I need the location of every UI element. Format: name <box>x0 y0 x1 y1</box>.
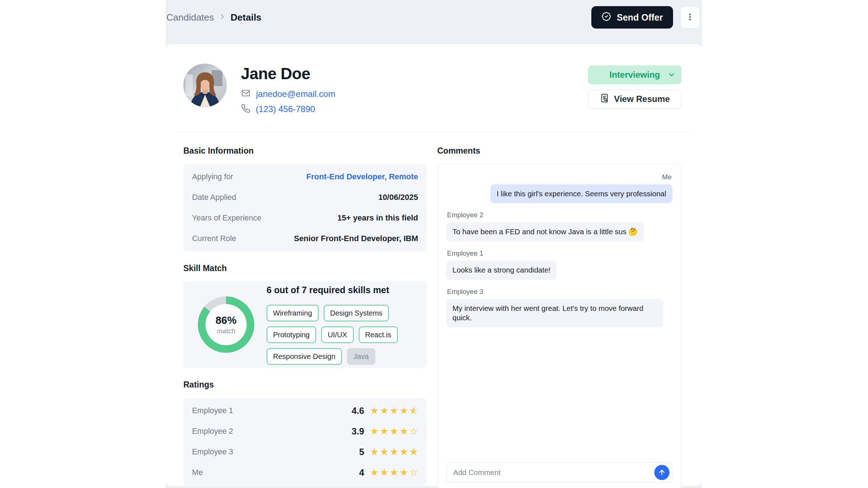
skill-donut-chart: 86% match <box>198 296 254 353</box>
info-label: Years of Experience <box>192 214 261 223</box>
comment-author: Employee 1 <box>447 249 672 257</box>
send-offer-button[interactable]: Send Offer <box>591 6 673 29</box>
rating-row: Me 4 ★★★★☆ <box>192 462 418 483</box>
comment-bubble: My interview with her went great. Let's … <box>446 299 663 328</box>
view-resume-label: View Resume <box>614 94 670 104</box>
info-label: Date Applied <box>192 193 236 202</box>
info-row: Years of Experience 15+ years in this fi… <box>192 208 418 228</box>
comment-bubble: To have been a FED and not know Java is … <box>446 222 644 241</box>
skill-chip: Design Systems <box>324 305 389 321</box>
rating-row: Employee 1 4.6 ★★★★☆★ <box>192 401 418 421</box>
breadcrumb-item-details: Details <box>231 12 261 23</box>
status-label: Interviewing <box>609 70 660 80</box>
comments-card: Me I like this girl's experience. Seems … <box>437 164 681 488</box>
info-label: Applying for <box>192 172 233 181</box>
chevron-down-icon <box>668 71 676 79</box>
avatar <box>183 64 227 107</box>
skill-chip: React.is <box>359 326 398 343</box>
profile-actions: Interviewing View Resume <box>588 64 681 115</box>
ratings-card: Employee 1 4.6 ★★★★☆★ Employee 2 3.9 ★★★… <box>183 398 427 485</box>
file-search-icon <box>600 93 609 105</box>
candidate-card: Jane Doe janedoe@email.com (123) 456-789… <box>166 44 702 486</box>
rater-name: Employee 3 <box>192 448 359 457</box>
add-comment-bar <box>446 462 672 483</box>
section-title-comments: Comments <box>437 146 681 156</box>
rater-name: Me <box>192 468 359 477</box>
section-title-ratings: Ratings <box>183 380 427 390</box>
mail-icon <box>241 88 251 99</box>
rater-name: Employee 1 <box>192 406 352 415</box>
arrow-up-icon <box>658 468 666 476</box>
email-row: janedoe@email.com <box>241 88 335 99</box>
rating-score: 3.9 <box>352 426 364 437</box>
skill-chip: Responsive Design <box>267 348 342 365</box>
card-content: Basic Information Applying for Front-End… <box>166 133 702 488</box>
breadcrumb-separator-icon <box>218 12 226 23</box>
kebab-menu-icon <box>685 12 695 23</box>
rating-stars: ★★★★★ <box>370 447 418 457</box>
rating-score: 5 <box>359 447 364 457</box>
skill-chips: Wireframing Design Systems Prototyping U… <box>267 305 417 365</box>
skill-chip: UI/UX <box>321 326 353 343</box>
skill-chip-unmet: Java <box>347 348 375 365</box>
comments-scroll-area[interactable]: Me I like this girl's experience. Seems … <box>446 173 672 454</box>
comment-message: Employee 3 My interview with her went gr… <box>446 288 672 328</box>
skill-chip: Wireframing <box>267 305 319 321</box>
section-title-basic-information: Basic Information <box>183 146 427 156</box>
skill-summary: 6 out of 7 required skills met <box>267 285 417 295</box>
breadcrumb-item-candidates[interactable]: Candidates <box>166 12 214 23</box>
rater-name: Employee 2 <box>192 427 352 436</box>
topbar-actions: Send Offer <box>591 6 700 29</box>
profile-header: Jane Doe janedoe@email.com (123) 456-789… <box>166 44 702 115</box>
send-comment-button[interactable] <box>654 465 669 480</box>
left-column: Basic Information Applying for Front-End… <box>183 146 427 485</box>
comment-message: Employee 2 To have been a FED and not kn… <box>446 211 672 241</box>
skill-match-card: 86% match 6 out of 7 required skills met… <box>183 281 427 368</box>
view-resume-button[interactable]: View Resume <box>588 90 681 108</box>
comment-bubble: Looks like a strong candidate! <box>446 261 557 280</box>
phone-link[interactable]: (123) 456-7890 <box>256 104 315 114</box>
info-value: 15+ years in this field <box>337 213 418 223</box>
match-percent: 86% <box>216 315 237 326</box>
comment-bubble: I like this girl's experience. Seems ver… <box>490 184 672 204</box>
section-title-skill-match: Skill Match <box>183 264 427 274</box>
comment-author: Me <box>662 173 672 181</box>
info-row: Date Applied 10/06/2025 <box>192 187 418 208</box>
skill-details: 6 out of 7 required skills met Wireframi… <box>267 285 427 365</box>
right-column: Comments Me I like this girl's experienc… <box>437 146 681 488</box>
skill-chip: Prototyping <box>267 326 316 343</box>
candidate-name: Jane Doe <box>241 66 335 82</box>
topbar: Candidates Details Send Offer <box>166 0 702 35</box>
badge-check-icon <box>601 12 611 23</box>
kebab-menu-button[interactable] <box>680 6 700 29</box>
comment-message: Employee 1 Looks like a strong candidate… <box>446 249 672 280</box>
donut-center: 86% match <box>205 304 247 345</box>
rating-row: Employee 3 5 ★★★★★ <box>192 442 418 462</box>
info-value: Senior Front-End Developer, IBM <box>294 234 418 243</box>
info-label: Current Role <box>192 234 236 243</box>
rating-stars-me[interactable]: ★★★★☆ <box>370 468 418 478</box>
match-label: match <box>217 328 235 334</box>
rating-row: Employee 2 3.9 ★★★★☆ <box>192 421 418 442</box>
rating-score: 4.6 <box>352 406 364 416</box>
rating-score: 4 <box>359 467 364 478</box>
basic-information-card: Applying for Front-End Developer, Remote… <box>183 164 427 252</box>
add-comment-input[interactable] <box>452 468 654 477</box>
phone-row: (123) 456-7890 <box>241 104 335 115</box>
phone-icon <box>241 104 250 115</box>
info-row: Current Role Senior Front-End Developer,… <box>192 228 418 249</box>
comment-author: Employee 2 <box>447 211 672 219</box>
content-column: Candidates Details Send Offer <box>166 0 702 488</box>
profile-info: Jane Doe janedoe@email.com (123) 456-789… <box>241 64 335 115</box>
comment-message: Me I like this girl's experience. Seems … <box>446 173 672 204</box>
rating-stars: ★★★★☆★ <box>370 406 418 416</box>
send-offer-label: Send Offer <box>617 12 663 23</box>
breadcrumb: Candidates Details <box>166 12 261 23</box>
info-value: 10/06/2025 <box>378 193 418 202</box>
status-dropdown[interactable]: Interviewing <box>588 65 681 84</box>
applying-for-link[interactable]: Front-End Developer, Remote <box>306 172 418 181</box>
info-row: Applying for Front-End Developer, Remote <box>192 167 418 187</box>
comment-author: Employee 3 <box>447 288 672 296</box>
rating-stars: ★★★★☆ <box>370 427 418 436</box>
email-link[interactable]: janedoe@email.com <box>256 89 335 99</box>
